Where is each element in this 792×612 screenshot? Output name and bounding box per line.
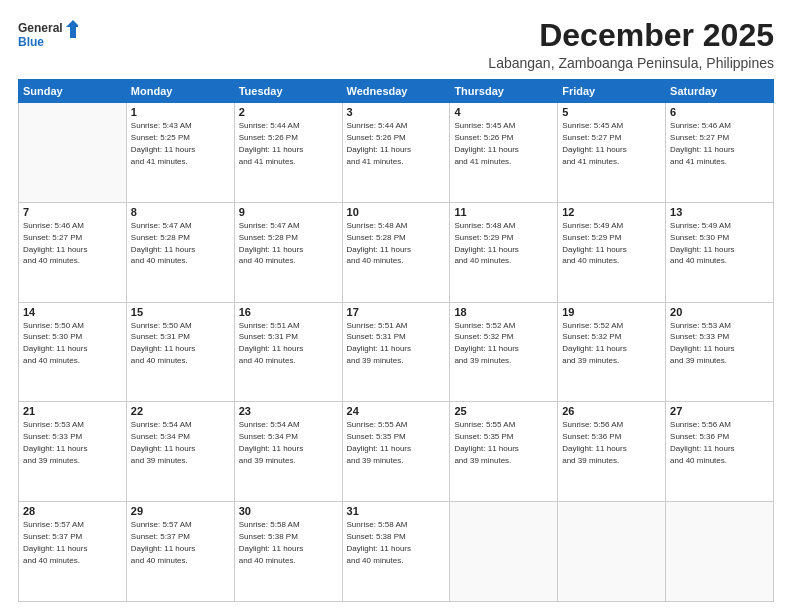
table-row: 17 Sunrise: 5:51 AMSunset: 5:31 PMDaylig… <box>342 302 450 402</box>
day-number: 10 <box>347 206 446 218</box>
cell-info: Sunrise: 5:49 AMSunset: 5:30 PMDaylight:… <box>670 221 734 265</box>
day-number: 11 <box>454 206 553 218</box>
table-row: 28 Sunrise: 5:57 AMSunset: 5:37 PMDaylig… <box>19 502 127 602</box>
cell-info: Sunrise: 5:46 AMSunset: 5:27 PMDaylight:… <box>23 221 87 265</box>
cell-info: Sunrise: 5:45 AMSunset: 5:26 PMDaylight:… <box>454 121 518 165</box>
table-row: 8 Sunrise: 5:47 AMSunset: 5:28 PMDayligh… <box>126 202 234 302</box>
day-number: 20 <box>670 306 769 318</box>
table-row: 11 Sunrise: 5:48 AMSunset: 5:29 PMDaylig… <box>450 202 558 302</box>
cell-info: Sunrise: 5:53 AMSunset: 5:33 PMDaylight:… <box>23 420 87 464</box>
table-row: 10 Sunrise: 5:48 AMSunset: 5:28 PMDaylig… <box>342 202 450 302</box>
calendar-week-row: 21 Sunrise: 5:53 AMSunset: 5:33 PMDaylig… <box>19 402 774 502</box>
day-number: 25 <box>454 405 553 417</box>
table-row: 13 Sunrise: 5:49 AMSunset: 5:30 PMDaylig… <box>666 202 774 302</box>
cell-info: Sunrise: 5:58 AMSunset: 5:38 PMDaylight:… <box>347 520 411 564</box>
logo-svg: General Blue <box>18 18 78 54</box>
table-row: 2 Sunrise: 5:44 AMSunset: 5:26 PMDayligh… <box>234 103 342 203</box>
day-number: 14 <box>23 306 122 318</box>
day-number: 9 <box>239 206 338 218</box>
day-number: 1 <box>131 106 230 118</box>
col-thursday: Thursday <box>450 80 558 103</box>
table-row: 7 Sunrise: 5:46 AMSunset: 5:27 PMDayligh… <box>19 202 127 302</box>
cell-info: Sunrise: 5:44 AMSunset: 5:26 PMDaylight:… <box>347 121 411 165</box>
table-row: 30 Sunrise: 5:58 AMSunset: 5:38 PMDaylig… <box>234 502 342 602</box>
table-row: 29 Sunrise: 5:57 AMSunset: 5:37 PMDaylig… <box>126 502 234 602</box>
day-number: 28 <box>23 505 122 517</box>
table-row: 23 Sunrise: 5:54 AMSunset: 5:34 PMDaylig… <box>234 402 342 502</box>
calendar-week-row: 7 Sunrise: 5:46 AMSunset: 5:27 PMDayligh… <box>19 202 774 302</box>
col-monday: Monday <box>126 80 234 103</box>
col-sunday: Sunday <box>19 80 127 103</box>
col-tuesday: Tuesday <box>234 80 342 103</box>
table-row <box>19 103 127 203</box>
day-number: 13 <box>670 206 769 218</box>
calendar-header-row: Sunday Monday Tuesday Wednesday Thursday… <box>19 80 774 103</box>
cell-info: Sunrise: 5:57 AMSunset: 5:37 PMDaylight:… <box>131 520 195 564</box>
logo: General Blue <box>18 18 78 54</box>
calendar-week-row: 28 Sunrise: 5:57 AMSunset: 5:37 PMDaylig… <box>19 502 774 602</box>
cell-info: Sunrise: 5:51 AMSunset: 5:31 PMDaylight:… <box>239 321 303 365</box>
table-row: 5 Sunrise: 5:45 AMSunset: 5:27 PMDayligh… <box>558 103 666 203</box>
table-row: 24 Sunrise: 5:55 AMSunset: 5:35 PMDaylig… <box>342 402 450 502</box>
cell-info: Sunrise: 5:50 AMSunset: 5:31 PMDaylight:… <box>131 321 195 365</box>
cell-info: Sunrise: 5:50 AMSunset: 5:30 PMDaylight:… <box>23 321 87 365</box>
table-row: 21 Sunrise: 5:53 AMSunset: 5:33 PMDaylig… <box>19 402 127 502</box>
table-row <box>558 502 666 602</box>
day-number: 22 <box>131 405 230 417</box>
day-number: 7 <box>23 206 122 218</box>
cell-info: Sunrise: 5:48 AMSunset: 5:28 PMDaylight:… <box>347 221 411 265</box>
table-row <box>666 502 774 602</box>
table-row: 25 Sunrise: 5:55 AMSunset: 5:35 PMDaylig… <box>450 402 558 502</box>
table-row: 16 Sunrise: 5:51 AMSunset: 5:31 PMDaylig… <box>234 302 342 402</box>
day-number: 8 <box>131 206 230 218</box>
cell-info: Sunrise: 5:51 AMSunset: 5:31 PMDaylight:… <box>347 321 411 365</box>
day-number: 29 <box>131 505 230 517</box>
cell-info: Sunrise: 5:46 AMSunset: 5:27 PMDaylight:… <box>670 121 734 165</box>
day-number: 4 <box>454 106 553 118</box>
cell-info: Sunrise: 5:56 AMSunset: 5:36 PMDaylight:… <box>562 420 626 464</box>
cell-info: Sunrise: 5:58 AMSunset: 5:38 PMDaylight:… <box>239 520 303 564</box>
day-number: 15 <box>131 306 230 318</box>
day-number: 30 <box>239 505 338 517</box>
day-number: 5 <box>562 106 661 118</box>
table-row: 22 Sunrise: 5:54 AMSunset: 5:34 PMDaylig… <box>126 402 234 502</box>
table-row: 18 Sunrise: 5:52 AMSunset: 5:32 PMDaylig… <box>450 302 558 402</box>
cell-info: Sunrise: 5:53 AMSunset: 5:33 PMDaylight:… <box>670 321 734 365</box>
calendar-table: Sunday Monday Tuesday Wednesday Thursday… <box>18 79 774 602</box>
day-number: 24 <box>347 405 446 417</box>
day-number: 23 <box>239 405 338 417</box>
day-number: 16 <box>239 306 338 318</box>
table-row: 1 Sunrise: 5:43 AMSunset: 5:25 PMDayligh… <box>126 103 234 203</box>
day-number: 31 <box>347 505 446 517</box>
cell-info: Sunrise: 5:55 AMSunset: 5:35 PMDaylight:… <box>454 420 518 464</box>
table-row: 26 Sunrise: 5:56 AMSunset: 5:36 PMDaylig… <box>558 402 666 502</box>
cell-info: Sunrise: 5:45 AMSunset: 5:27 PMDaylight:… <box>562 121 626 165</box>
table-row: 20 Sunrise: 5:53 AMSunset: 5:33 PMDaylig… <box>666 302 774 402</box>
col-friday: Friday <box>558 80 666 103</box>
svg-text:General: General <box>18 21 63 35</box>
calendar-week-row: 1 Sunrise: 5:43 AMSunset: 5:25 PMDayligh… <box>19 103 774 203</box>
day-number: 27 <box>670 405 769 417</box>
cell-info: Sunrise: 5:54 AMSunset: 5:34 PMDaylight:… <box>131 420 195 464</box>
day-number: 21 <box>23 405 122 417</box>
table-row: 3 Sunrise: 5:44 AMSunset: 5:26 PMDayligh… <box>342 103 450 203</box>
cell-info: Sunrise: 5:57 AMSunset: 5:37 PMDaylight:… <box>23 520 87 564</box>
title-block: December 2025 Labangan, Zamboanga Penins… <box>488 18 774 71</box>
table-row: 9 Sunrise: 5:47 AMSunset: 5:28 PMDayligh… <box>234 202 342 302</box>
cell-info: Sunrise: 5:49 AMSunset: 5:29 PMDaylight:… <box>562 221 626 265</box>
cell-info: Sunrise: 5:48 AMSunset: 5:29 PMDaylight:… <box>454 221 518 265</box>
header: General Blue December 2025 Labangan, Zam… <box>18 18 774 71</box>
day-number: 26 <box>562 405 661 417</box>
cell-info: Sunrise: 5:43 AMSunset: 5:25 PMDaylight:… <box>131 121 195 165</box>
table-row: 15 Sunrise: 5:50 AMSunset: 5:31 PMDaylig… <box>126 302 234 402</box>
table-row: 4 Sunrise: 5:45 AMSunset: 5:26 PMDayligh… <box>450 103 558 203</box>
page: General Blue December 2025 Labangan, Zam… <box>0 0 792 612</box>
month-title: December 2025 <box>488 18 774 53</box>
cell-info: Sunrise: 5:47 AMSunset: 5:28 PMDaylight:… <box>131 221 195 265</box>
day-number: 18 <box>454 306 553 318</box>
table-row <box>450 502 558 602</box>
cell-info: Sunrise: 5:52 AMSunset: 5:32 PMDaylight:… <box>562 321 626 365</box>
table-row: 31 Sunrise: 5:58 AMSunset: 5:38 PMDaylig… <box>342 502 450 602</box>
svg-text:Blue: Blue <box>18 35 44 49</box>
day-number: 2 <box>239 106 338 118</box>
